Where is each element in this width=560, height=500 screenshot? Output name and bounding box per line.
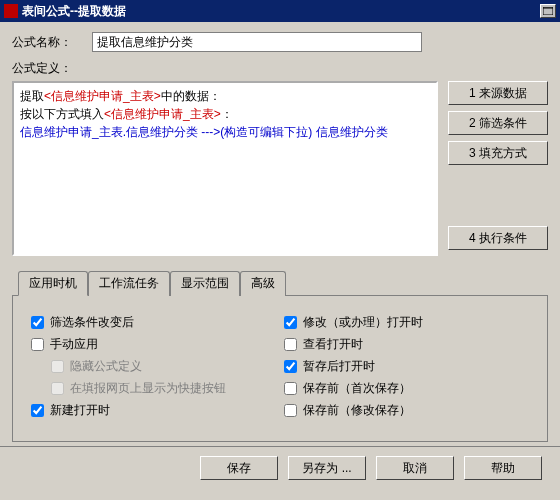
- maximize-button[interactable]: [540, 4, 556, 18]
- editor-text: <信息维护申请_主表>: [44, 89, 161, 103]
- save-button[interactable]: 保存: [200, 456, 278, 480]
- cancel-button[interactable]: 取消: [376, 456, 454, 480]
- app-icon: [4, 4, 18, 18]
- help-button[interactable]: 帮助: [464, 456, 542, 480]
- check-temp-save-open[interactable]: 暂存后打开时: [280, 357, 533, 376]
- source-data-button[interactable]: 1 来源数据: [448, 81, 548, 105]
- maximize-icon: [543, 7, 553, 15]
- tab-workflow-tasks[interactable]: 工作流任务: [88, 271, 170, 296]
- bottom-bar: 保存 另存为 ... 取消 帮助: [0, 446, 560, 488]
- checkbox-icon[interactable]: [284, 382, 297, 395]
- editor-text: 按以下方式填入: [20, 107, 104, 121]
- filter-condition-button[interactable]: 2 筛选条件: [448, 111, 548, 135]
- execute-condition-button[interactable]: 4 执行条件: [448, 226, 548, 250]
- tab-body: 筛选条件改变后 手动应用 隐藏公式定义 在填报网页上显示为快捷按钮 新建打开时 …: [12, 296, 548, 442]
- editor-text: <信息维护申请_主表>: [104, 107, 221, 121]
- checkbox-icon[interactable]: [284, 316, 297, 329]
- check-new-open[interactable]: 新建打开时: [27, 401, 280, 420]
- check-before-first-save[interactable]: 保存前（首次保存）: [280, 379, 533, 398]
- check-view-open[interactable]: 查看打开时: [280, 335, 533, 354]
- tab-apply-timing[interactable]: 应用时机: [18, 271, 88, 296]
- check-hide-def: 隐藏公式定义: [47, 357, 280, 376]
- checkbox-icon[interactable]: [284, 404, 297, 417]
- formula-name-label: 公式名称：: [12, 34, 92, 51]
- editor-text: 中的数据：: [161, 89, 221, 103]
- tab-bar: 应用时机 工作流任务 显示范围 高级: [12, 270, 548, 296]
- checkbox-icon[interactable]: [31, 316, 44, 329]
- window-title: 表间公式--提取数据: [22, 3, 540, 20]
- title-bar: 表间公式--提取数据: [0, 0, 560, 22]
- editor-text: 信息维护申请_主表.信息维护分类 --->(构造可编辑下拉) 信息维护分类: [20, 125, 388, 139]
- checkbox-icon[interactable]: [31, 404, 44, 417]
- formula-editor[interactable]: 提取<信息维护申请_主表>中的数据： 按以下方式填入<信息维护申请_主表>： 信…: [12, 81, 438, 256]
- check-show-shortcut: 在填报网页上显示为快捷按钮: [47, 379, 280, 398]
- editor-text: 提取: [20, 89, 44, 103]
- fill-method-button[interactable]: 3 填充方式: [448, 141, 548, 165]
- checkbox-icon[interactable]: [31, 338, 44, 351]
- tab-advanced[interactable]: 高级: [240, 271, 286, 296]
- save-as-button[interactable]: 另存为 ...: [288, 456, 366, 480]
- checkbox-icon: [51, 382, 64, 395]
- check-filter-changed[interactable]: 筛选条件改变后: [27, 313, 280, 332]
- checkbox-icon[interactable]: [284, 338, 297, 351]
- check-modify-open[interactable]: 修改（或办理）打开时: [280, 313, 533, 332]
- editor-text: ：: [221, 107, 233, 121]
- formula-def-label: 公式定义：: [12, 60, 92, 77]
- checkbox-icon[interactable]: [284, 360, 297, 373]
- tab-display-scope[interactable]: 显示范围: [170, 271, 240, 296]
- checkbox-icon: [51, 360, 64, 373]
- formula-name-input[interactable]: [92, 32, 422, 52]
- check-manual-apply[interactable]: 手动应用: [27, 335, 280, 354]
- check-before-modify-save[interactable]: 保存前（修改保存）: [280, 401, 533, 420]
